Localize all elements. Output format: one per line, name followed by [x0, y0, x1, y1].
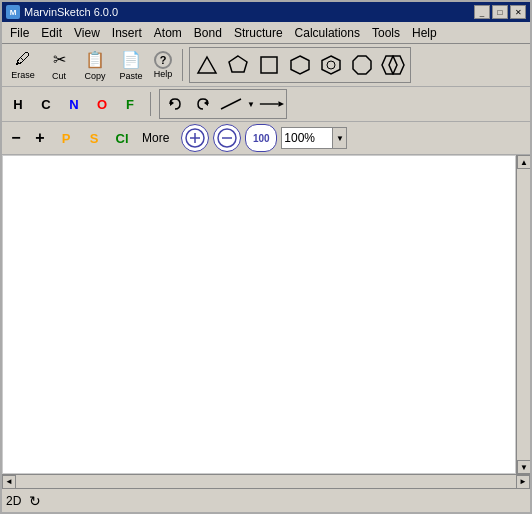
- octagon-shape-button[interactable]: [347, 50, 377, 80]
- svg-marker-4: [322, 56, 340, 74]
- benzene-shape-button[interactable]: [316, 50, 346, 80]
- pentagon-shape-button[interactable]: [223, 50, 253, 80]
- atom-o-button[interactable]: O: [90, 92, 114, 116]
- menu-file[interactable]: File: [4, 24, 35, 42]
- erase-button[interactable]: 🖊 Erase: [6, 46, 40, 84]
- svg-marker-10: [204, 100, 208, 106]
- bond-single-button[interactable]: [218, 92, 244, 116]
- undo-toolbar: ▼: [159, 89, 287, 119]
- svg-marker-3: [291, 56, 309, 74]
- redo-button[interactable]: [190, 92, 216, 116]
- menu-insert[interactable]: Insert: [106, 24, 148, 42]
- close-button[interactable]: ✕: [510, 5, 526, 19]
- scroll-up-button[interactable]: ▲: [517, 155, 530, 169]
- more-atoms-button[interactable]: More: [138, 131, 173, 145]
- triangle-shape-button[interactable]: [192, 50, 222, 80]
- decrease-charge-button[interactable]: −: [6, 128, 26, 148]
- svg-marker-1: [229, 56, 247, 72]
- paste-icon: 📄: [121, 50, 141, 69]
- zoom-in-button[interactable]: [181, 124, 209, 152]
- atom-f-button[interactable]: F: [118, 92, 142, 116]
- copy-icon: 📋: [85, 50, 105, 69]
- scroll-left-button[interactable]: ◄: [2, 475, 16, 489]
- menu-calculations[interactable]: Calculations: [289, 24, 366, 42]
- atom-cl-button[interactable]: Cl: [110, 126, 134, 150]
- atom-p-button[interactable]: P: [54, 126, 78, 150]
- help-icon: ?: [154, 51, 172, 69]
- zoom-toolbar: − + P S Cl More 100 ▼: [2, 122, 530, 155]
- menu-help[interactable]: Help: [406, 24, 443, 42]
- cut-icon: ✂: [53, 50, 66, 69]
- erase-label: Erase: [11, 70, 35, 80]
- paste-button[interactable]: 📄 Paste: [114, 46, 148, 84]
- drawing-canvas[interactable]: [2, 155, 516, 474]
- svg-marker-6: [353, 56, 371, 74]
- v-scroll-track: [517, 169, 530, 460]
- app-title: MarvinSketch 6.0.0: [24, 6, 118, 18]
- paste-label: Paste: [119, 71, 142, 81]
- mode-label: 2D: [6, 494, 21, 508]
- svg-marker-9: [170, 100, 174, 106]
- bond-dropdown-button[interactable]: ▼: [246, 92, 256, 116]
- atom-h-button[interactable]: H: [6, 92, 30, 116]
- svg-rect-2: [261, 57, 277, 73]
- minimize-button[interactable]: _: [474, 5, 490, 19]
- menu-bond[interactable]: Bond: [188, 24, 228, 42]
- scroll-down-button[interactable]: ▼: [517, 460, 530, 474]
- vertical-scrollbar[interactable]: ▲ ▼: [516, 155, 530, 474]
- zoom-dropdown-button[interactable]: ▼: [332, 128, 346, 148]
- arrow-button[interactable]: [258, 92, 284, 116]
- square-shape-button[interactable]: [254, 50, 284, 80]
- title-bar: M MarvinSketch 6.0.0 _ □ ✕: [2, 2, 530, 22]
- menu-atom[interactable]: Atom: [148, 24, 188, 42]
- cut-label: Cut: [52, 71, 66, 81]
- copy-button[interactable]: 📋 Copy: [78, 46, 112, 84]
- svg-marker-13: [278, 101, 284, 107]
- app-icon: M: [6, 5, 20, 19]
- edit-toolbar: 🖊 Erase ✂ Cut 📋 Copy 📄 Paste ? Help: [2, 44, 530, 87]
- svg-marker-0: [198, 57, 216, 73]
- zoom-out-button[interactable]: [213, 124, 241, 152]
- hexagon-shape-button[interactable]: [285, 50, 315, 80]
- menu-edit[interactable]: Edit: [35, 24, 68, 42]
- zoom-input[interactable]: [282, 130, 332, 146]
- status-bar: 2D ↻: [2, 488, 530, 512]
- help-button[interactable]: ? Help: [150, 46, 176, 84]
- cut-button[interactable]: ✂ Cut: [42, 46, 76, 84]
- scroll-right-button[interactable]: ►: [516, 475, 530, 489]
- increase-charge-button[interactable]: +: [30, 128, 50, 148]
- menu-view[interactable]: View: [68, 24, 106, 42]
- shape-toolbar: [189, 47, 411, 83]
- toolbar-separator-2: [150, 92, 151, 116]
- refresh-icon[interactable]: ↻: [29, 493, 41, 509]
- atom-n-button[interactable]: N: [62, 92, 86, 116]
- zoom-100-button[interactable]: 100: [245, 124, 277, 152]
- svg-line-11: [221, 99, 241, 109]
- naphthalene-shape-button[interactable]: [378, 50, 408, 80]
- svg-point-5: [327, 61, 335, 69]
- menu-bar: File Edit View Insert Atom Bond Structur…: [2, 22, 530, 44]
- zoom-select[interactable]: ▼: [281, 127, 347, 149]
- toolbar-separator: [182, 49, 183, 81]
- undo-button[interactable]: [162, 92, 188, 116]
- erase-icon: 🖊: [15, 50, 31, 68]
- menu-structure[interactable]: Structure: [228, 24, 289, 42]
- help-label: Help: [154, 69, 173, 79]
- atom-s-button[interactable]: S: [82, 126, 106, 150]
- window-controls[interactable]: _ □ ✕: [474, 5, 526, 19]
- horizontal-scrollbar[interactable]: ◄ ►: [2, 474, 530, 488]
- menu-tools[interactable]: Tools: [366, 24, 406, 42]
- atom-c-button[interactable]: C: [34, 92, 58, 116]
- restore-button[interactable]: □: [492, 5, 508, 19]
- copy-label: Copy: [84, 71, 105, 81]
- atom-toolbar: H C N O F: [2, 87, 530, 122]
